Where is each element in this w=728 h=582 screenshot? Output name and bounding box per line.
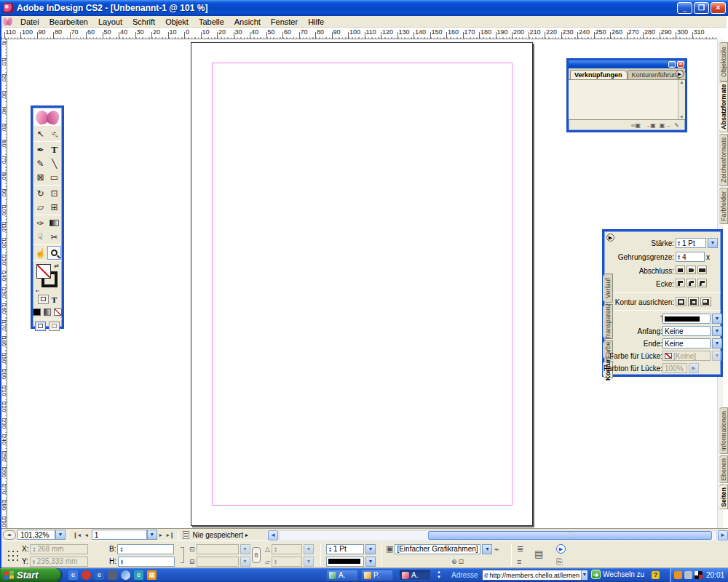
clear-overrides-icon[interactable]: ⊕ <box>451 558 457 565</box>
wrap-bounding-box-icon[interactable]: ≡ <box>517 557 521 566</box>
menu-ansicht[interactable]: Ansicht <box>229 17 266 27</box>
wrap-none-icon[interactable]: ≣ <box>517 544 523 554</box>
scroll-left-icon[interactable]: ◄ <box>268 530 278 541</box>
dock-tab-farbfelder[interactable]: Farbfelder <box>719 188 728 224</box>
side-tab-verlauf[interactable]: Verlauf <box>603 274 613 303</box>
dock-tab-absatzformate[interactable]: Absatzformate <box>719 81 728 132</box>
apply-gradient-button[interactable] <box>44 308 52 316</box>
horizontal-ruler[interactable]: 1101009080706050403020100102030405060708… <box>1 28 717 39</box>
miter-join-button[interactable] <box>676 279 685 287</box>
pages-panel-icon[interactable]: ⎘ <box>556 557 563 567</box>
close-button[interactable]: × <box>711 2 726 14</box>
stroke-weight-control-field[interactable]: ▲▼1 Pt <box>326 544 364 554</box>
direct-selection-tool-icon[interactable]: ↖ <box>47 127 61 140</box>
default-fill-stroke-icon[interactable]: ▪▫ <box>36 288 39 293</box>
stroke-type-dropdown-icon[interactable]: ▼ <box>712 314 722 324</box>
tray-icon-2[interactable] <box>684 571 692 579</box>
projecting-cap-button[interactable] <box>697 266 707 274</box>
stroke-weight-dropdown-icon[interactable]: ▼ <box>708 238 718 248</box>
start-dropdown-icon[interactable]: ▼ <box>712 326 722 336</box>
help-tray-icon[interactable]: ? <box>652 571 660 579</box>
fill-swatch[interactable] <box>36 264 51 279</box>
fill-stroke-proxy[interactable]: ⇄ ▪▫ <box>36 263 59 293</box>
align-stroke-center-button[interactable] <box>676 297 687 306</box>
clear-attributes-icon[interactable]: ⊡ <box>459 558 464 565</box>
document-page[interactable] <box>191 42 533 526</box>
links-scrollbar[interactable]: ▲▼ <box>678 80 685 119</box>
stroke-weight-field[interactable]: ▲▼1 Pt <box>676 238 706 248</box>
shear-tool-icon[interactable]: ▱ <box>33 200 47 214</box>
zoom-step-buttons[interactable]: ◂▸ <box>3 530 16 540</box>
formatting-affects-container-button[interactable] <box>38 295 49 304</box>
menu-schrift[interactable]: Schrift <box>127 17 160 27</box>
quicklaunch-media-icon[interactable] <box>82 570 91 580</box>
page-dropdown-icon[interactable]: ▼ <box>147 530 157 540</box>
dock-tab-informationen[interactable]: Informationen <box>719 407 728 454</box>
scroll-right-icon[interactable]: ► <box>718 530 728 541</box>
tray-icon-1[interactable] <box>674 571 682 579</box>
constrain-dimensions-icon[interactable] <box>181 547 184 563</box>
round-join-button[interactable] <box>687 279 696 287</box>
apply-color-button[interactable] <box>33 308 41 316</box>
palette-minimize-button[interactable]: _ <box>668 61 676 68</box>
gradient-tool-icon[interactable] <box>47 216 61 230</box>
end-dropdown[interactable]: Keine <box>662 338 711 348</box>
side-tab-transparenz[interactable]: Transparenz <box>603 304 613 339</box>
normal-view-mode-button[interactable] <box>35 322 46 331</box>
stroke-palette-menu-icon[interactable]: ▶ <box>606 234 614 242</box>
edit-original-icon[interactable]: ✎ <box>674 122 679 129</box>
stroke-style-control-dropdown[interactable] <box>326 557 364 567</box>
first-page-icon[interactable]: ❙◂ <box>71 532 83 538</box>
links-list[interactable]: ▲▼ <box>569 79 685 119</box>
quicklaunch-desktop-icon[interactable] <box>108 570 117 580</box>
status-expand-icon[interactable]: ▸ <box>243 532 250 538</box>
previous-page-icon[interactable]: ◂ <box>83 532 90 538</box>
scissors-tool-icon[interactable]: ✂ <box>47 230 61 244</box>
menu-hilfe[interactable]: Hilfe <box>303 17 329 27</box>
menu-datei[interactable]: Datei <box>15 17 44 27</box>
stroke-weight-control-dropdown-icon[interactable]: ▼ <box>365 544 376 554</box>
align-stroke-outside-button[interactable] <box>700 297 711 306</box>
go-button[interactable]: ➜ Wechseln zu <box>591 570 644 579</box>
stroke-type-dropdown[interactable] <box>662 314 711 324</box>
quicklaunch-mail-icon[interactable]: e <box>134 570 143 580</box>
relink-icon[interactable]: ∞▣ <box>631 122 641 129</box>
height-field[interactable]: ▲▼ <box>118 557 175 567</box>
hscroll-thumb[interactable] <box>428 531 712 540</box>
menu-objekt[interactable]: Objekt <box>160 17 194 27</box>
taskbar-window-button-2[interactable]: P. <box>361 570 393 581</box>
object-style-dropdown[interactable]: [Einfacher Grafikrahmen] <box>395 544 480 554</box>
line-tool-icon[interactable]: ╲ <box>47 156 61 170</box>
quicklaunch-browser-icon[interactable]: e <box>68 570 78 580</box>
zoom-tool-icon[interactable] <box>47 246 61 260</box>
start-dropdown[interactable]: Keine <box>662 326 711 336</box>
menu-fenster[interactable]: Fenster <box>266 17 303 27</box>
rectangle-tool-icon[interactable]: ▭ <box>47 170 61 184</box>
control-palette-menu-icon[interactable]: ▶ <box>556 544 566 554</box>
selection-tool-icon[interactable]: ↖ <box>33 127 47 140</box>
dock-tab-zeichenformate[interactable]: Zeichenformate <box>719 134 728 186</box>
tab-verknuepfungen[interactable]: Verknüpfungen <box>570 70 628 79</box>
taskbar-scroll-icons[interactable]: ▲▼ <box>437 570 441 579</box>
miter-limit-field[interactable]: ▲▼4 <box>676 252 705 262</box>
constrain-scale-link-icon[interactable]: 8 <box>252 547 261 563</box>
pen-tool-icon[interactable]: ✒ <box>33 143 47 156</box>
start-button[interactable]: Start <box>0 568 61 582</box>
swap-fill-stroke-icon[interactable]: ⇄ <box>54 263 59 269</box>
goto-link-icon[interactable]: →▣ <box>644 122 656 129</box>
address-input[interactable]: e http://members.chello.at/lernen ▼ <box>482 570 588 581</box>
formatting-affects-text-button[interactable]: T <box>52 295 57 304</box>
effects-icon[interactable]: ▤ <box>534 549 543 559</box>
stroke-style-control-dropdown-icon[interactable]: ▼ <box>365 557 376 567</box>
bevel-join-button[interactable] <box>697 279 707 287</box>
minimize-button[interactable]: _ <box>677 2 692 14</box>
reference-point-proxy[interactable] <box>6 549 19 562</box>
last-page-icon[interactable]: ▸❙ <box>165 532 177 538</box>
palette-close-icon[interactable]: × <box>677 61 684 68</box>
round-cap-button[interactable] <box>687 266 696 274</box>
quicklaunch-explorer-icon[interactable]: e <box>95 570 104 580</box>
next-page-icon[interactable]: ▸ <box>157 532 165 538</box>
menu-tabelle[interactable]: Tabelle <box>194 17 229 27</box>
align-stroke-inside-button[interactable] <box>688 297 699 306</box>
page-number-field[interactable]: 1 <box>92 530 147 540</box>
